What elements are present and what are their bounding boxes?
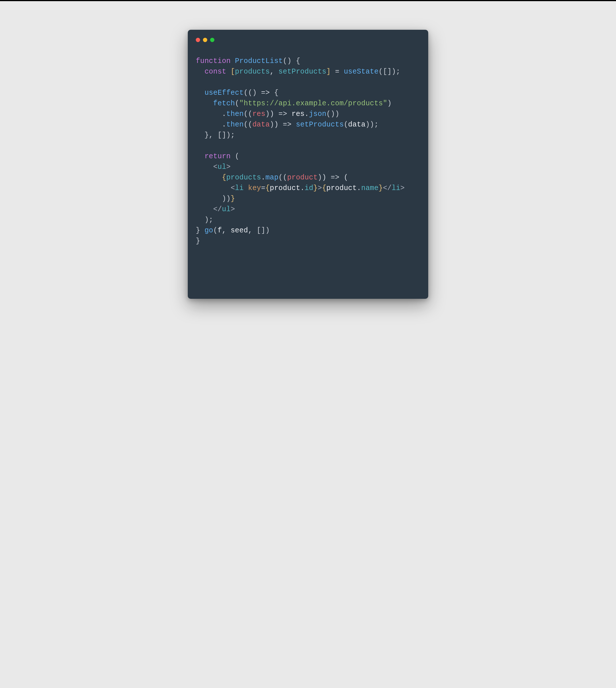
dot: . — [222, 120, 226, 129]
indent — [196, 110, 222, 118]
ident-setProducts: setProducts — [279, 68, 326, 76]
lparen: ( — [344, 120, 348, 129]
ident-data: data — [348, 120, 366, 129]
indent — [196, 120, 222, 129]
ident-res: res — [291, 110, 305, 118]
sp — [200, 226, 204, 235]
indent — [196, 68, 204, 76]
rparen: ) — [252, 89, 257, 97]
brace: } — [379, 184, 383, 192]
param-data: data — [252, 120, 270, 129]
rparen: ) — [265, 110, 270, 118]
brace-open: { — [291, 57, 300, 65]
ident-products: products — [235, 68, 270, 76]
jsx-tag-ul-close: ul — [222, 205, 230, 214]
lparen: ( — [248, 89, 252, 97]
sp — [226, 68, 230, 76]
brace: { — [265, 184, 270, 192]
empty-array: [] — [257, 226, 265, 235]
comma: , — [222, 226, 230, 235]
indent — [196, 205, 213, 214]
code-block: function ProductList() { const [products… — [196, 56, 420, 246]
dot: . — [261, 173, 265, 182]
brace: { — [274, 89, 279, 97]
jsx-tag-li-close: li — [392, 184, 400, 192]
lparen: ( — [213, 226, 218, 235]
brace-close: } — [196, 226, 200, 235]
code-window: function ProductList() { const [products… — [188, 30, 428, 299]
dot: . — [300, 184, 305, 192]
comma: , — [270, 68, 274, 76]
indent — [196, 89, 204, 97]
sp — [244, 184, 248, 192]
bracket: [ — [231, 68, 235, 76]
ident-product: product — [326, 184, 357, 192]
zoom-icon[interactable] — [210, 38, 214, 42]
indent — [196, 163, 213, 171]
lparen: ( — [244, 89, 248, 97]
parens: ()) — [326, 110, 339, 118]
rparen: ) — [265, 226, 270, 235]
dot: . — [357, 184, 361, 192]
prop-name: name — [361, 184, 379, 192]
gt-icon: > — [226, 163, 230, 171]
call-useState: useState — [344, 68, 379, 76]
close-parens: )) — [222, 195, 230, 203]
indent — [196, 184, 231, 192]
equals: = — [331, 68, 344, 76]
call-then: then — [226, 110, 244, 118]
indent — [196, 152, 204, 160]
jsx-attr-key: key — [248, 184, 261, 192]
call-map: map — [265, 173, 279, 182]
call-go: go — [204, 226, 213, 235]
ident-products: products — [226, 173, 261, 182]
keyword-const: const — [204, 68, 226, 76]
lparen: ( — [248, 110, 252, 118]
sp — [274, 68, 279, 76]
rparen: ) — [387, 99, 392, 108]
minimize-icon[interactable] — [203, 38, 207, 42]
gt-icon: > — [231, 205, 235, 214]
ident-seed: seed — [231, 226, 248, 235]
close-icon[interactable] — [196, 38, 200, 42]
arrow: => — [257, 89, 274, 97]
dot: . — [305, 110, 309, 118]
lparen: ( — [235, 99, 239, 108]
equals: = — [261, 184, 265, 192]
keyword-return: return — [204, 152, 230, 160]
gt-icon: > — [318, 184, 322, 192]
lparen: ( — [248, 120, 252, 129]
comma: , — [248, 226, 257, 235]
param-product: product — [287, 173, 317, 182]
fn-ProductList: ProductList — [235, 57, 283, 65]
ltc-icon: </ — [383, 184, 392, 192]
indent — [196, 216, 204, 224]
rparen: ) — [318, 173, 322, 182]
ident-f: f — [218, 226, 222, 235]
brace: } — [313, 184, 317, 192]
string-url: "https://api.example.com/products" — [239, 99, 387, 108]
lparen: ( — [283, 173, 287, 182]
window-traffic-lights — [196, 38, 420, 42]
call-json: json — [309, 110, 326, 118]
call-useEffect: useEffect — [204, 89, 244, 97]
lparen: ( — [244, 110, 248, 118]
lt-icon: < — [231, 184, 235, 192]
indent — [196, 173, 222, 182]
jsx-expr-open: { — [222, 173, 226, 182]
lparen: ( — [244, 120, 248, 129]
param-res: res — [252, 110, 266, 118]
arrow-paren: ) => ( — [322, 173, 348, 182]
args: ([]); — [379, 68, 400, 76]
indent — [196, 99, 213, 108]
prop-id: id — [305, 184, 313, 192]
call-setProducts: setProducts — [296, 120, 344, 129]
jsx-tag-li: li — [235, 184, 244, 192]
dot: . — [222, 110, 226, 118]
ltc-icon: </ — [213, 205, 222, 214]
parens: () — [283, 57, 291, 65]
lt-icon: < — [213, 163, 218, 171]
close-useEffect: }, []); — [204, 131, 235, 139]
call-fetch: fetch — [213, 99, 235, 108]
arrow: ) => — [274, 120, 296, 129]
